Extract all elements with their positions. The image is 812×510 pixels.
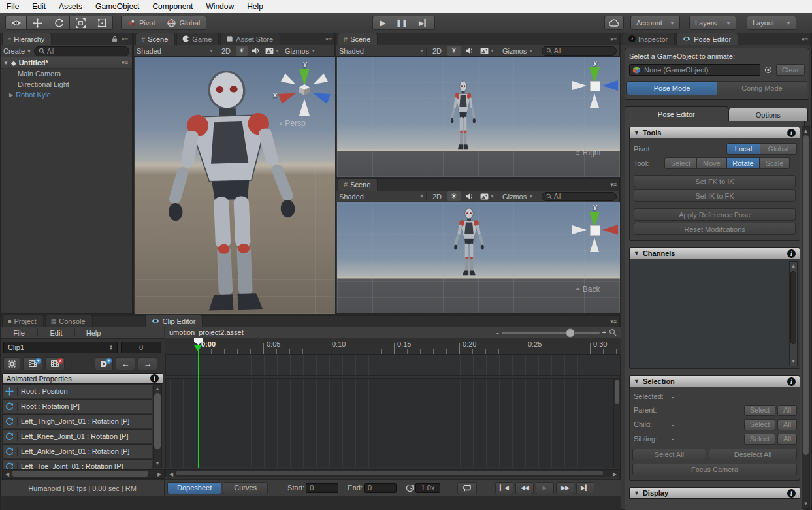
- viewport-persp[interactable]: y x z ‹ Persp: [135, 57, 335, 314]
- set-fk-to-ik-button[interactable]: Set FK to IK: [634, 175, 796, 187]
- lighting-toggle[interactable]: ☀: [447, 46, 461, 56]
- scene-root-row[interactable]: ▼ ◆ Untitled* ▾≡: [1, 57, 132, 69]
- selection-section-header[interactable]: ▼Selection i: [629, 375, 800, 387]
- pause-button[interactable]: ▌▌: [393, 16, 414, 30]
- scene-tab[interactable]: #Scene: [135, 33, 175, 45]
- effects-dropdown[interactable]: ▼: [478, 48, 496, 54]
- axis-left-cone[interactable]: [572, 81, 587, 90]
- cloud-button[interactable]: [604, 16, 624, 30]
- config-mode-button[interactable]: Config Mode: [717, 81, 807, 95]
- property-row[interactable]: Left_Thigh_Joint_01 : Rotation [P]: [2, 414, 152, 428]
- axis-down-cone[interactable]: [590, 93, 599, 108]
- curves-tab-button[interactable]: Curves: [223, 482, 268, 494]
- lighting-toggle[interactable]: ☀: [447, 191, 461, 201]
- menu-window[interactable]: Window: [199, 2, 240, 11]
- pivot-global-button[interactable]: Global: [760, 143, 797, 155]
- shading-mode-dropdown[interactable]: Shaded▼: [137, 47, 214, 55]
- clip-menu-help[interactable]: Help: [75, 329, 112, 337]
- frame-number-field[interactable]: 0: [121, 342, 161, 353]
- properties-horizontal-scrollbar[interactable]: ◀ ▶: [2, 469, 165, 479]
- zoom-slider-thumb[interactable]: [566, 328, 575, 338]
- gizmos-dropdown[interactable]: Gizmos▼: [498, 47, 537, 55]
- gizmos-dropdown[interactable]: Gizmos▼: [283, 47, 317, 55]
- dopesheet-tab-button[interactable]: Dopesheet: [167, 482, 221, 494]
- view-orientation-label[interactable]: ≡ Right: [576, 148, 601, 157]
- pose-editor-scrollbar[interactable]: ▲ ▼: [802, 126, 810, 509]
- layout-dropdown[interactable]: Layout▼: [747, 16, 796, 30]
- deselect-all-button[interactable]: Deselect All: [709, 449, 797, 460]
- axis-left-cone[interactable]: [572, 225, 587, 234]
- foldout-arrow-icon[interactable]: ▼: [3, 60, 8, 66]
- axis-up-left-cone[interactable]: [281, 74, 298, 89]
- property-row[interactable]: Left_Knee_Joint_01 : Rotation [P]: [2, 429, 152, 443]
- add-clip-button[interactable]: +: [23, 357, 42, 370]
- reset-modifications-button[interactable]: Reset Modifcations: [634, 223, 796, 235]
- menu-file[interactable]: File: [0, 2, 25, 11]
- dopesheet-vertical-scrollbar[interactable]: [613, 378, 621, 468]
- select-all-button[interactable]: Select All: [632, 449, 706, 460]
- settings-button[interactable]: [3, 357, 20, 370]
- global-toggle-button[interactable]: Global: [161, 16, 206, 30]
- view-tool-button[interactable]: [5, 16, 27, 30]
- hierarchy-item-robot-kyle[interactable]: ▶ Robot Kyle: [1, 89, 132, 100]
- next-key-button[interactable]: →: [138, 357, 157, 370]
- tool-move-button[interactable]: Move: [697, 157, 727, 169]
- rewind-button[interactable]: ◀◀: [515, 482, 534, 494]
- 2d-toggle[interactable]: 2D: [429, 47, 446, 55]
- asset-store-tab[interactable]: Asset Store: [220, 33, 280, 45]
- hierarchy-item-main-camera[interactable]: Main Camera: [1, 69, 132, 79]
- layers-dropdown[interactable]: Layers▼: [689, 16, 736, 30]
- axis-x-cone[interactable]: [278, 88, 298, 104]
- step-button[interactable]: ▶▎: [414, 16, 435, 30]
- subtab-options[interactable]: Options: [728, 108, 808, 121]
- timeline-ruler[interactable]: 0:00 0:05 0:10 0:15 0:20 0:25 0:30: [165, 338, 621, 355]
- clear-button[interactable]: Clear: [776, 64, 805, 76]
- hierarchy-item-directional-light[interactable]: Directional Light: [1, 79, 132, 89]
- zoom-in-label[interactable]: +: [600, 328, 609, 336]
- sibling-select-button[interactable]: Select: [744, 434, 775, 445]
- 2d-toggle[interactable]: 2D: [429, 193, 446, 200]
- shading-mode-dropdown[interactable]: Shaded▼: [339, 47, 424, 55]
- axis-z-cone[interactable]: [602, 80, 618, 91]
- panel-menu-icon[interactable]: ▾≡: [610, 36, 617, 42]
- lock-icon[interactable]: [112, 35, 118, 42]
- gizmo-center[interactable]: [590, 81, 600, 91]
- panel-menu-icon[interactable]: ▾≡: [325, 36, 332, 42]
- focus-camera-button[interactable]: Focus Camera: [632, 464, 797, 475]
- pose-editor-tab[interactable]: Pose Editor: [676, 33, 738, 45]
- move-tool-button[interactable]: [27, 16, 48, 30]
- pivot-toggle-button[interactable]: Pivot: [121, 16, 161, 30]
- go-to-start-button[interactable]: ▎◀: [495, 482, 513, 494]
- go-to-end-button[interactable]: ▶▎: [576, 482, 594, 494]
- hierarchy-tab[interactable]: ≡ Hierarchy: [2, 33, 52, 45]
- start-field[interactable]: 0: [306, 483, 338, 493]
- info-icon[interactable]: i: [787, 489, 796, 498]
- expander-arrow-icon[interactable]: ▶: [9, 92, 13, 98]
- set-ik-to-fk-button[interactable]: Set IK to FK: [634, 189, 796, 202]
- clock-icon[interactable]: [406, 484, 414, 492]
- axis-down-cone[interactable]: [590, 238, 599, 252]
- gameobject-object-field[interactable]: None (GameObject): [629, 64, 760, 76]
- properties-vertical-scrollbar[interactable]: ▲ ▼: [153, 384, 162, 468]
- axis-up-right-cone[interactable]: [311, 74, 328, 89]
- play-button[interactable]: ▶: [372, 16, 393, 30]
- pose-mode-button[interactable]: Pose Mode: [626, 81, 717, 95]
- fast-forward-button[interactable]: ▶▶: [556, 482, 574, 494]
- channels-section-header[interactable]: ▼Channels i: [629, 247, 800, 259]
- clip-menu-file[interactable]: File: [1, 329, 38, 337]
- timeline-zoom-slider[interactable]: [502, 332, 600, 334]
- play-clip-button[interactable]: ▶: [536, 482, 554, 494]
- info-icon[interactable]: i: [787, 377, 796, 386]
- property-row-root-position[interactable]: Root : Position: [2, 384, 152, 398]
- tool-select-button[interactable]: Select: [664, 157, 697, 169]
- 2d-toggle[interactable]: 2D: [218, 47, 234, 55]
- scene-search-input[interactable]: All: [542, 192, 617, 201]
- gizmo-center[interactable]: [590, 225, 600, 236]
- gizmo-cube[interactable]: [298, 83, 311, 96]
- tools-section-header[interactable]: ▼Tools i: [629, 127, 800, 138]
- panel-menu-icon[interactable]: ▾≡: [802, 36, 808, 42]
- menu-gameobject[interactable]: GameObject: [89, 2, 146, 11]
- account-dropdown[interactable]: Account▼: [630, 16, 680, 30]
- tool-rotate-button[interactable]: Rotate: [727, 157, 760, 169]
- axis-x-cone[interactable]: [602, 225, 618, 235]
